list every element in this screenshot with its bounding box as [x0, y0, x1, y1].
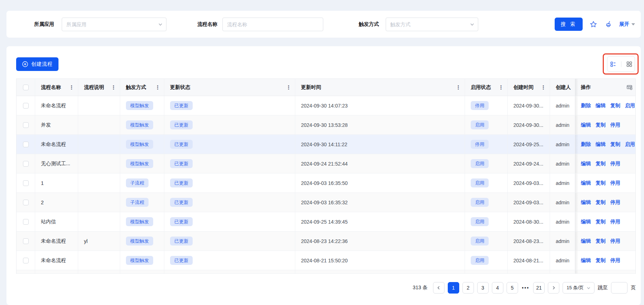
flow-name-input[interactable]	[222, 18, 323, 31]
page-size-select[interactable]: 15 条/页	[563, 282, 594, 294]
action-edit[interactable]: 编辑	[581, 219, 591, 225]
row-checkbox[interactable]	[23, 142, 29, 147]
update-time: 2024-09-25 14:39:45	[295, 212, 465, 231]
action-copy[interactable]: 复制	[596, 199, 606, 206]
row-checkbox[interactable]	[23, 258, 29, 263]
update-status-tag: 已更新	[170, 140, 193, 149]
favorite-star-icon[interactable]	[589, 20, 598, 29]
page-button-1[interactable]: 1	[448, 282, 459, 294]
column-menu-icon[interactable]: ⋮	[541, 85, 546, 90]
app-select[interactable]	[62, 18, 166, 31]
row-checkbox[interactable]	[23, 103, 29, 109]
action-edit[interactable]: 编辑	[581, 180, 591, 186]
clear-broom-icon[interactable]	[604, 20, 613, 29]
action-copy[interactable]: 复制	[596, 257, 606, 264]
action-disable[interactable]: 停用	[610, 199, 620, 206]
column-menu-icon[interactable]: ⋮	[69, 85, 74, 90]
jump-label: 跳至	[598, 285, 608, 291]
flow-name: 未命名流程	[35, 251, 78, 270]
list-view-icon[interactable]	[609, 60, 617, 68]
action-edit[interactable]: 编辑	[581, 238, 591, 244]
row-checkbox[interactable]	[23, 238, 29, 244]
enable-status-tag: 启用	[471, 256, 489, 265]
create-flow-button[interactable]: 创建流程	[16, 57, 58, 71]
page-button-3[interactable]: 3	[477, 282, 489, 294]
column-menu-icon[interactable]: ⋮	[498, 85, 504, 90]
row-checkbox[interactable]	[23, 180, 29, 186]
create-time: 2024-09-03...	[508, 173, 550, 192]
action-edit[interactable]: 编辑	[581, 199, 591, 206]
action-disable[interactable]: 停用	[610, 238, 620, 244]
action-edit[interactable]: 编辑	[581, 161, 591, 167]
search-button[interactable]: 搜 索	[555, 18, 583, 31]
page-button-4[interactable]: 4	[492, 282, 503, 294]
total-count: 313 条	[413, 285, 427, 291]
enable-status-tag: 停用	[471, 101, 489, 110]
action-disable[interactable]: 停用	[610, 219, 620, 225]
creator: admin	[550, 193, 575, 212]
action-copy[interactable]: 复制	[596, 180, 606, 186]
action-copy[interactable]: 复制	[610, 141, 620, 148]
flow-desc	[78, 154, 120, 173]
update-time: 2024-09-30 14:07:23	[295, 96, 465, 115]
action-disable[interactable]: 停用	[610, 122, 620, 128]
filter-bar: 所属应用 流程名称 触发方式 搜 索	[6, 11, 641, 38]
action-edit[interactable]: 编辑	[581, 257, 591, 264]
trigger-tag: 模型触发	[126, 120, 153, 130]
action-copy[interactable]: 复制	[596, 238, 606, 244]
page-button-5[interactable]: 5	[507, 282, 518, 294]
filter-trigger-label: 触发方式	[359, 21, 379, 28]
update-time: 2024-09-30 14:11:22	[295, 135, 465, 154]
column-menu-icon[interactable]: ⋮	[155, 85, 160, 90]
update-status-tag: 已更新	[170, 256, 193, 265]
action-disable[interactable]: 停用	[610, 257, 620, 264]
action-disable[interactable]: 停用	[610, 180, 620, 186]
creator: admin	[550, 232, 575, 251]
filter-app-select-wrap	[62, 11, 166, 38]
more-pages-icon[interactable]: •••	[521, 285, 530, 291]
trigger-tag: 模型触发	[126, 256, 153, 265]
action-edit[interactable]: 编辑	[596, 103, 606, 109]
grid-view-icon[interactable]	[625, 60, 634, 68]
action-disable[interactable]: 停用	[610, 161, 620, 167]
prev-page-button[interactable]	[433, 282, 445, 294]
col-creator: 创建人	[556, 84, 571, 91]
row-checkbox[interactable]	[23, 200, 29, 205]
column-menu-icon[interactable]: ⋮	[111, 85, 116, 90]
row-checkbox[interactable]	[23, 161, 29, 167]
action-edit[interactable]: 编辑	[596, 141, 606, 148]
action-copy[interactable]: 复制	[596, 219, 606, 225]
column-settings-icon[interactable]	[626, 84, 633, 90]
col-actions: 操作	[581, 84, 591, 91]
update-time: 2024-09-03 16:35:32	[295, 193, 465, 212]
creator: admin	[550, 115, 575, 134]
divider	[621, 61, 621, 67]
enable-status-tag: 停用	[471, 140, 489, 149]
select-all-checkbox[interactable]	[23, 85, 29, 90]
trigger-tag: 模型触发	[126, 140, 153, 149]
action-edit[interactable]: 编辑	[581, 122, 591, 128]
page-button-2[interactable]: 2	[462, 282, 474, 294]
jump-page-input[interactable]	[611, 282, 627, 294]
page-button-last[interactable]: 21	[533, 282, 545, 294]
row-checkbox[interactable]	[23, 122, 29, 128]
action-delete[interactable]: 删除	[581, 103, 591, 109]
action-delete[interactable]: 删除	[581, 141, 591, 148]
chevron-down-icon	[587, 286, 591, 290]
action-copy[interactable]: 复制	[610, 103, 620, 109]
column-menu-icon[interactable]: ⋮	[456, 85, 461, 90]
row-checkbox[interactable]	[23, 219, 29, 225]
flow-name: 未命名流程	[35, 135, 78, 154]
action-enable[interactable]: 启用	[625, 103, 635, 109]
next-page-button[interactable]	[548, 282, 559, 294]
create-time: 2024-09-03...	[508, 193, 550, 212]
flow-list-panel: 创建流程 流程名称⋮ 流程说明⋮ 触发方式⋮ 更新状态⋮ 更新时间⋮ 启用状态⋮	[6, 46, 641, 305]
action-enable[interactable]: 启用	[625, 141, 635, 148]
table-row: 1 子流程 已更新 2024-09-03 16:35:50 启用 2024-09…	[17, 173, 635, 193]
action-copy[interactable]: 复制	[596, 122, 606, 128]
trigger-select[interactable]	[386, 18, 478, 31]
filter-app-label: 所属应用	[34, 21, 54, 28]
column-menu-icon[interactable]: ⋮	[286, 85, 291, 90]
action-copy[interactable]: 复制	[596, 161, 606, 167]
expand-toggle[interactable]: 展开	[619, 21, 635, 28]
